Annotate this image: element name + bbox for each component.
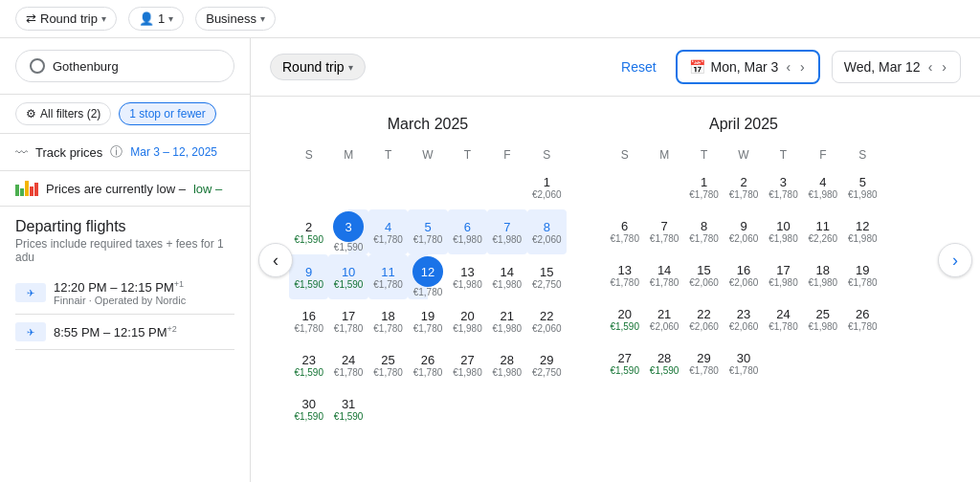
day-cell[interactable]: 16€1,780 (289, 299, 328, 343)
day-cell[interactable]: 10€1,980 (764, 209, 803, 253)
trip-type-selector[interactable]: Round trip ▾ (270, 54, 366, 80)
day-cell[interactable]: 7€1,780 (644, 209, 683, 253)
calendar-icon-departure: 📅 (689, 59, 705, 75)
day-cell[interactable]: 6€1,780 (605, 209, 644, 253)
day-number: 24 (342, 353, 355, 367)
day-cell[interactable]: 26€1,780 (408, 343, 447, 387)
day-cell[interactable]: 5€1,780 (408, 209, 447, 254)
day-cell[interactable]: 21€2,060 (644, 297, 683, 341)
day-header: T (448, 144, 487, 165)
day-cell[interactable]: 1€2,060 (527, 165, 567, 209)
day-cell[interactable]: 15€2,060 (684, 253, 724, 297)
day-cell[interactable]: 14€1,780 (644, 253, 683, 297)
empty-day-cell (644, 165, 683, 209)
day-number: 20 (617, 307, 631, 321)
day-cell[interactable]: 20€1,590 (605, 297, 644, 341)
trip-type-button[interactable]: ⇄ Round trip ▾ (15, 7, 117, 31)
day-cell[interactable]: 27€1,980 (448, 343, 487, 387)
return-prev-btn[interactable]: ‹ (926, 57, 935, 77)
trip-type-label: Round trip (40, 11, 98, 26)
day-cell[interactable]: 10€1,590 (328, 254, 368, 299)
day-cell[interactable]: 20€1,980 (448, 299, 487, 343)
track-prices-row: 〰 Track prices ⓘ Mar 3 – 12, 2025 (0, 134, 250, 171)
day-cell[interactable]: 27€1,590 (605, 341, 644, 385)
day-cell[interactable]: 13€1,980 (448, 254, 487, 299)
trip-type-selector-chevron: ▾ (348, 62, 353, 73)
all-filters-button[interactable]: ⚙ All filters (2) (15, 102, 111, 125)
day-cell[interactable]: 3€1,590 (328, 209, 368, 254)
departure-prev-btn[interactable]: ‹ (784, 57, 792, 77)
day-cell[interactable]: 9€2,060 (724, 209, 763, 253)
return-next-btn[interactable]: › (940, 57, 948, 77)
day-cell[interactable]: 30€1,590 (289, 387, 328, 431)
day-cell[interactable]: 28€1,980 (487, 343, 526, 387)
day-cell[interactable]: 24€1,780 (328, 343, 368, 387)
flight-card-1[interactable]: ✈ 12:20 PM – 12:15 PM+1 Finnair · Operat… (15, 272, 234, 315)
day-cell[interactable]: 25€1,980 (803, 297, 842, 341)
day-cell[interactable]: 11€2,260 (803, 209, 842, 253)
day-number: 21 (501, 309, 514, 323)
day-cell[interactable]: 14€1,980 (487, 254, 526, 299)
day-cell[interactable]: 2€1,590 (289, 209, 328, 254)
day-cell[interactable]: 2€1,780 (724, 165, 763, 209)
day-cell[interactable]: 30€1,780 (724, 341, 763, 385)
day-cell[interactable]: 4€1,780 (368, 209, 408, 254)
day-cell[interactable]: 23€1,590 (289, 343, 328, 387)
day-number: 21 (657, 307, 671, 321)
flight-detail-1: Finnair · Operated by Nordic (54, 295, 234, 306)
day-price: €1,780 (294, 323, 323, 334)
departure-date-picker[interactable]: 📅 Mon, Mar 3 ‹ › (676, 50, 820, 84)
day-cell[interactable]: 17€1,780 (328, 299, 368, 343)
day-cell[interactable]: 29€1,780 (684, 341, 724, 385)
day-cell[interactable]: 4€1,980 (803, 165, 842, 209)
day-cell[interactable]: 7€1,980 (487, 209, 526, 254)
reset-button[interactable]: Reset (613, 55, 664, 78)
day-number: 6 (464, 220, 471, 234)
search-section: Gothenburg (0, 38, 250, 95)
search-row[interactable]: Gothenburg (15, 50, 234, 82)
day-cell[interactable]: 3€1,780 (764, 165, 803, 209)
day-cell[interactable]: 18€1,980 (803, 253, 842, 297)
calendar-nav-right[interactable]: › (938, 243, 972, 277)
day-cell[interactable]: 12€1,980 (843, 209, 882, 253)
flight-card-2[interactable]: ✈ 8:55 PM – 12:15 PM+2 (15, 315, 234, 350)
day-cell[interactable]: 8€2,060 (527, 209, 567, 254)
day-cell[interactable]: 21€1,980 (487, 299, 526, 343)
day-cell[interactable]: 13€1,780 (605, 253, 644, 297)
day-cell[interactable]: 28€1,590 (644, 341, 683, 385)
day-cell[interactable]: 19€1,780 (843, 253, 882, 297)
day-cell[interactable]: 17€1,980 (764, 253, 803, 297)
day-cell[interactable]: 18€1,780 (368, 299, 408, 343)
day-price: €2,060 (689, 277, 719, 288)
day-cell[interactable]: 8€1,780 (684, 209, 724, 253)
day-cell[interactable]: 16€2,060 (724, 253, 763, 297)
day-cell[interactable]: 24€1,780 (764, 297, 803, 341)
day-cell[interactable]: 15€2,750 (527, 254, 567, 299)
stop-filter-button[interactable]: 1 stop or fewer (119, 102, 215, 125)
day-cell[interactable]: 9€1,590 (289, 254, 328, 299)
day-cell[interactable]: 31€1,590 (328, 387, 368, 431)
day-cell[interactable]: 26€1,780 (843, 297, 882, 341)
day-cell[interactable]: 22€2,060 (684, 297, 724, 341)
passengers-button[interactable]: 👤 1 ▾ (128, 7, 184, 31)
day-cell[interactable]: 6€1,980 (448, 209, 487, 254)
day-cell[interactable]: 23€2,060 (724, 297, 763, 341)
day-price: €1,980 (809, 321, 838, 332)
calendar-nav-left[interactable]: ‹ (258, 243, 293, 277)
day-price: €2,750 (532, 367, 562, 378)
day-cell[interactable]: 19€1,780 (408, 299, 447, 343)
day-price: €1,590 (610, 321, 639, 332)
day-header: S (843, 144, 882, 165)
departure-next-btn[interactable]: › (798, 57, 807, 77)
departing-subtitle: Prices include required taxes + fees for… (15, 237, 234, 264)
day-cell[interactable]: 5€1,980 (843, 165, 882, 209)
day-cell[interactable]: 1€1,780 (684, 165, 724, 209)
day-cell[interactable]: 29€2,750 (527, 343, 567, 387)
empty-day-cell (289, 165, 328, 209)
day-cell[interactable]: 12€1,780 (408, 254, 447, 299)
day-cell[interactable]: 25€1,780 (368, 343, 408, 387)
day-cell[interactable]: 11€1,780 (368, 254, 408, 299)
day-cell[interactable]: 22€2,060 (527, 299, 567, 343)
cabin-class-button[interactable]: Business ▾ (195, 7, 276, 31)
return-date-picker[interactable]: Wed, Mar 12 ‹ › (832, 51, 961, 83)
